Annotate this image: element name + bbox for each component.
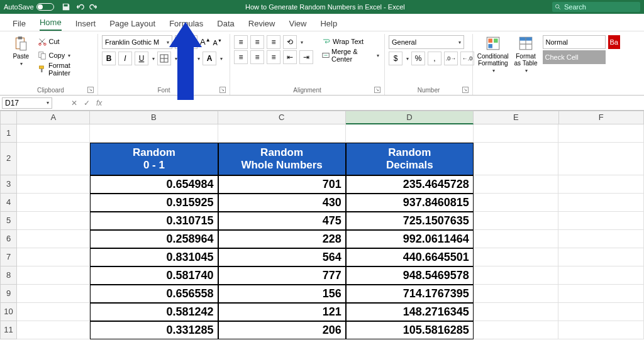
cell-random-decimal[interactable]: 714.1767395 <box>346 285 474 303</box>
cell[interactable] <box>474 285 559 303</box>
cell[interactable] <box>558 124 644 143</box>
decrease-indent-icon[interactable]: ⇤ <box>283 50 297 64</box>
bold-button[interactable]: B <box>102 52 116 65</box>
header-random-whole[interactable]: Random Whole Numbers <box>218 143 346 175</box>
row-header[interactable]: 9 <box>0 285 17 303</box>
cell[interactable] <box>474 230 559 248</box>
increase-indent-icon[interactable]: ⇥ <box>299 50 313 64</box>
cell[interactable] <box>17 175 90 194</box>
cell[interactable] <box>17 248 90 266</box>
align-right-icon[interactable]: ≡ <box>267 50 280 64</box>
cell[interactable] <box>474 124 559 143</box>
row-header[interactable]: 5 <box>0 212 17 230</box>
col-header-b[interactable]: B <box>90 111 218 124</box>
cell[interactable] <box>17 303 90 321</box>
cell-random-01[interactable]: 0.581242 <box>90 303 218 321</box>
cell-random-decimal[interactable]: 148.2716345 <box>346 303 474 321</box>
cell[interactable] <box>474 194 559 212</box>
cell-style-bad[interactable]: Ba <box>608 35 620 49</box>
font-size-dropdown[interactable]: 11▾ <box>175 35 197 49</box>
cell[interactable] <box>474 175 559 194</box>
cell[interactable] <box>558 212 644 230</box>
cell[interactable] <box>17 143 90 175</box>
cell-random-whole[interactable]: 701 <box>218 175 346 194</box>
cell-random-decimal[interactable]: 235.4645728 <box>346 175 474 194</box>
cell-random-01[interactable]: 0.831045 <box>90 248 218 266</box>
col-header-d[interactable]: D <box>346 111 474 124</box>
cell[interactable] <box>474 143 559 175</box>
cell[interactable] <box>90 124 218 143</box>
cell[interactable] <box>558 321 644 339</box>
cell-random-01[interactable]: 0.581740 <box>90 266 218 285</box>
increase-font-icon[interactable]: A▲ <box>200 37 211 47</box>
worksheet[interactable]: A B C D E F 1 2 Random 0 - 1 Random Whol… <box>0 111 644 339</box>
enter-icon[interactable]: ✓ <box>84 99 90 107</box>
align-middle-icon[interactable]: ≡ <box>250 35 264 49</box>
clipboard-launcher-icon[interactable]: ↘ <box>87 87 94 93</box>
cell[interactable] <box>558 230 644 248</box>
cancel-icon[interactable]: ✕ <box>71 99 77 107</box>
cell[interactable] <box>17 194 90 212</box>
align-center-icon[interactable]: ≡ <box>250 50 264 64</box>
row-header[interactable]: 4 <box>0 194 17 212</box>
select-all-triangle[interactable] <box>0 111 17 124</box>
cell-random-decimal[interactable]: 992.0611464 <box>346 230 474 248</box>
format-as-table-button[interactable]: Format as Table▾ <box>512 35 540 74</box>
row-header[interactable]: 2 <box>0 143 17 175</box>
tab-help[interactable]: Help <box>320 16 337 31</box>
header-random-decimals[interactable]: Random Decimals <box>346 143 474 175</box>
cell-random-whole[interactable]: 121 <box>218 303 346 321</box>
cell-style-normal[interactable]: Normal <box>543 35 606 49</box>
cell-random-decimal[interactable]: 937.8460815 <box>346 194 474 212</box>
align-top-icon[interactable]: ≡ <box>234 35 248 49</box>
redo-icon[interactable] <box>89 3 98 11</box>
cell[interactable] <box>17 230 90 248</box>
col-header-f[interactable]: F <box>559 111 645 124</box>
tab-page-layout[interactable]: Page Layout <box>109 16 155 31</box>
cell[interactable] <box>17 124 90 143</box>
row-header[interactable]: 3 <box>0 175 17 194</box>
number-format-dropdown[interactable]: General▾ <box>389 35 464 49</box>
cell[interactable] <box>558 248 644 266</box>
currency-icon[interactable]: $ <box>389 52 402 65</box>
increase-decimal-icon[interactable]: .0→ <box>444 52 458 65</box>
cell-random-01[interactable]: 0.915925 <box>90 194 218 212</box>
wrap-text-button[interactable]: Wrap Text <box>321 35 380 48</box>
font-launcher-icon[interactable]: ↘ <box>219 87 226 93</box>
cell[interactable] <box>17 266 90 285</box>
borders-button[interactable] <box>157 52 171 65</box>
tab-file[interactable]: File <box>13 16 26 31</box>
cell-random-whole[interactable]: 206 <box>218 321 346 339</box>
font-name-dropdown[interactable]: Franklin Gothic M▾ <box>102 35 172 49</box>
row-header[interactable]: 11 <box>0 321 17 339</box>
cell[interactable] <box>218 124 346 143</box>
cell-random-decimal[interactable]: 105.5816285 <box>346 321 474 339</box>
cell-random-decimal[interactable]: 440.6645501 <box>346 248 474 266</box>
tab-insert[interactable]: Insert <box>75 16 96 31</box>
cell[interactable] <box>558 266 644 285</box>
tab-home[interactable]: Home <box>40 15 62 31</box>
cell[interactable] <box>474 303 559 321</box>
cell-random-01[interactable]: 0.258964 <box>90 230 218 248</box>
tab-review[interactable]: Review <box>248 16 275 31</box>
tab-formulas[interactable]: Formulas <box>169 16 203 31</box>
row-header[interactable]: 8 <box>0 266 17 285</box>
comma-icon[interactable]: , <box>428 52 441 65</box>
decrease-font-icon[interactable]: A▼ <box>213 38 222 47</box>
cell-random-whole[interactable]: 564 <box>218 248 346 266</box>
percent-icon[interactable]: % <box>411 52 425 65</box>
cell-random-whole[interactable]: 430 <box>218 194 346 212</box>
cell[interactable] <box>17 285 90 303</box>
cell-random-whole[interactable]: 156 <box>218 285 346 303</box>
cell[interactable] <box>17 321 90 339</box>
cell-random-decimal[interactable]: 948.5469578 <box>346 266 474 285</box>
cell-random-whole[interactable]: 475 <box>218 212 346 230</box>
number-launcher-icon[interactable]: ↘ <box>462 87 469 93</box>
row-header[interactable]: 10 <box>0 303 17 321</box>
paste-button[interactable]: Paste▾ <box>8 35 34 67</box>
col-header-e[interactable]: E <box>474 111 559 124</box>
row-header[interactable]: 7 <box>0 248 17 266</box>
align-left-icon[interactable]: ≡ <box>234 50 248 64</box>
header-random-01[interactable]: Random 0 - 1 <box>90 143 218 175</box>
cell[interactable] <box>558 175 644 194</box>
